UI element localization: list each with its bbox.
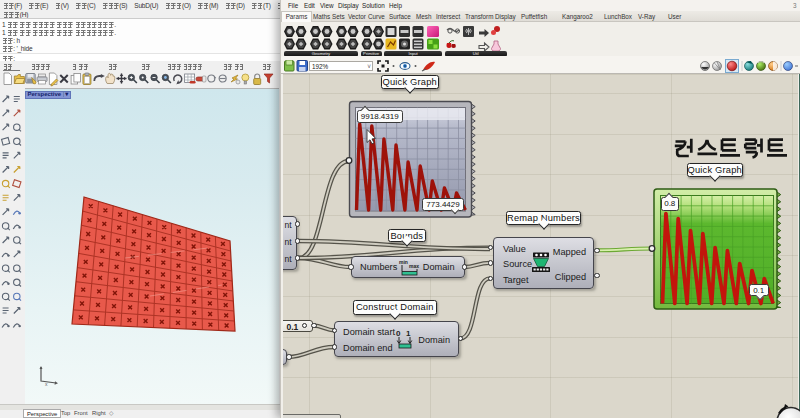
svg-text:min: min: [399, 258, 408, 264]
svg-text:1: 1: [406, 329, 411, 338]
svg-text:max: max: [409, 262, 419, 268]
svg-text:0: 0: [396, 329, 401, 338]
